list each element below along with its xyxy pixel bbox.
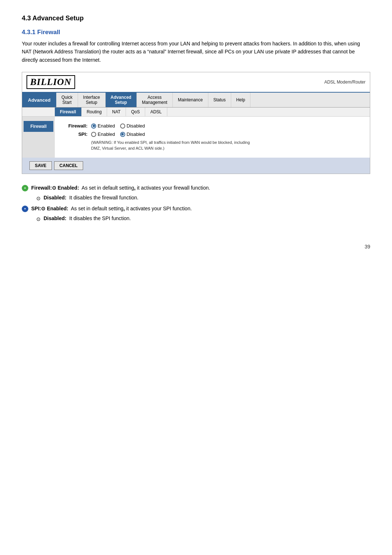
- firewall-radio-group: Enabled Disabled: [91, 123, 145, 129]
- adsl-label: ADSL Modem/Router: [324, 80, 366, 85]
- content-area: Firewall Firewall: Enabled Disabled: [22, 117, 370, 158]
- firewall-bullet: Firewall:⊙ Enabled: As set in default se…: [22, 184, 370, 192]
- spi-disabled-radio[interactable]: [120, 132, 125, 137]
- spi-bullet: SPI:⊙ Enabled: As set in default setting…: [22, 205, 370, 212]
- spi-form-row: SPI: Enabled Disabled: [62, 131, 363, 137]
- spi-bullet-label: SPI:⊙: [31, 206, 47, 211]
- nav-item-status[interactable]: Status: [208, 93, 231, 107]
- nav-item-help[interactable]: Help: [231, 93, 251, 107]
- subsection-title: 4.3.1 Firewall: [22, 29, 370, 36]
- nav-item-access-management[interactable]: Access Management: [137, 93, 173, 107]
- spi-enabled-option[interactable]: Enabled: [91, 131, 115, 137]
- firewall-form-row: Firewall: Enabled Disabled: [62, 123, 363, 129]
- billion-logo: BILLION: [26, 75, 75, 89]
- firewall-disabled-sub-bullet: ⊙ Disabled: It disables the firewall fun…: [36, 195, 370, 201]
- sidebar-firewall[interactable]: Firewall: [24, 121, 53, 132]
- nav-sidebar-advanced[interactable]: Advanced: [22, 93, 56, 107]
- spi-disabled-sub-bullet: ⊙ Disabled: It disables the SPI function…: [36, 215, 370, 222]
- subnav-adsl[interactable]: ADSL: [145, 108, 167, 116]
- main-content: Firewall: Enabled Disabled SPI:: [55, 117, 370, 158]
- spi-radio-group: Enabled Disabled: [91, 131, 145, 137]
- content-sidebar: Firewall: [22, 117, 55, 158]
- nav-item-advanced-setup[interactable]: Advanced Setup: [106, 93, 137, 107]
- spi-enabled-bold: Enabled:: [47, 206, 68, 211]
- subnav-nat[interactable]: NAT: [107, 108, 126, 116]
- spi-bullet-icon: [22, 206, 28, 212]
- firewall-disabled-sub-icon: ⊙: [36, 195, 41, 201]
- save-button[interactable]: SAVE: [29, 161, 52, 170]
- firewall-bullet-icon: [22, 185, 28, 191]
- nav-item-interface-setup[interactable]: Interface Setup: [78, 93, 106, 107]
- firewall-disabled-bold: Disabled:: [44, 195, 66, 200]
- spi-disabled-option[interactable]: Disabled: [120, 131, 145, 137]
- router-header: BILLION ADSL Modem/Router: [22, 72, 370, 93]
- subnav: Firewall Routing NAT QoS ADSL: [22, 108, 370, 117]
- nav-item-quick-start[interactable]: Quick Start: [56, 93, 78, 107]
- firewall-disabled-radio[interactable]: [120, 123, 125, 129]
- firewall-bullet-label: Firewall:⊙: [31, 185, 58, 191]
- firewall-enabled-bold: Enabled:: [58, 185, 79, 191]
- spi-disabled-bold: Disabled:: [44, 215, 66, 221]
- router-ui-box: BILLION ADSL Modem/Router Advanced Quick…: [22, 72, 370, 174]
- section-description: Your router includes a firewall for cont…: [22, 40, 370, 64]
- nav-items: Quick Start Interface Setup Advanced Set…: [56, 93, 370, 107]
- bullet-section: Firewall:⊙ Enabled: As set in default se…: [22, 184, 370, 222]
- spi-warning: (WARNING: If You enabled SPI, all traffi…: [91, 140, 363, 151]
- page-number: 39: [22, 244, 370, 250]
- button-row: SAVE CANCEL: [22, 158, 370, 174]
- firewall-enabled-radio[interactable]: [91, 123, 96, 129]
- firewall-disabled-option[interactable]: Disabled: [120, 123, 145, 129]
- firewall-enabled-option[interactable]: Enabled: [91, 123, 115, 129]
- cancel-button[interactable]: CANCEL: [54, 161, 83, 170]
- spi-disabled-sub-icon: ⊙: [36, 216, 41, 222]
- nav-item-maintenance[interactable]: Maintenance: [173, 93, 208, 107]
- firewall-label: Firewall:: [62, 123, 87, 129]
- spi-enabled-radio[interactable]: [91, 132, 96, 137]
- spi-label: SPI:: [62, 131, 87, 137]
- subnav-firewall[interactable]: Firewall: [55, 108, 82, 116]
- nav-bar: Advanced Quick Start Interface Setup Adv…: [22, 93, 370, 108]
- section-title: 4.3 Advanced Setup: [22, 15, 370, 22]
- subnav-qos[interactable]: QoS: [126, 108, 145, 116]
- subnav-routing[interactable]: Routing: [82, 108, 107, 116]
